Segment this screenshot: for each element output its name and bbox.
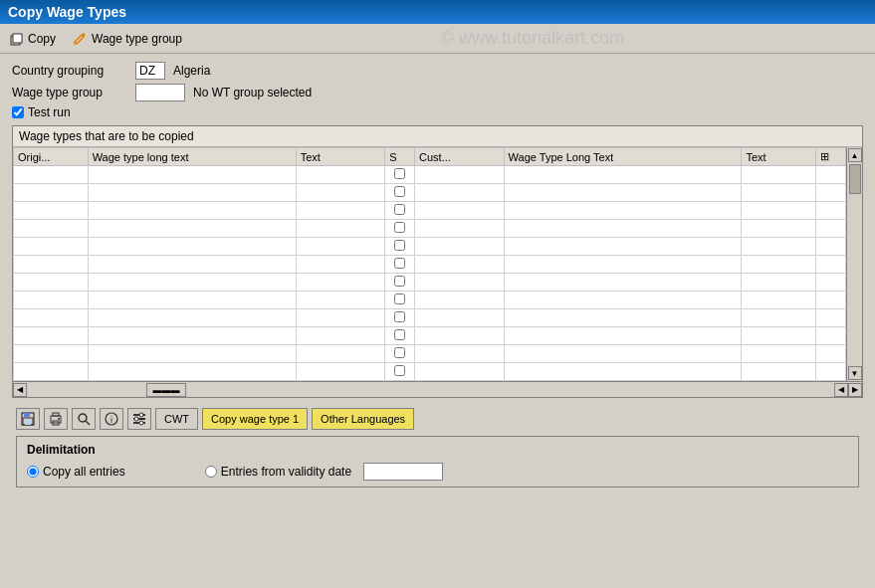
country-name: Algeria <box>173 64 210 78</box>
country-grouping-input[interactable] <box>135 62 165 80</box>
row-checkbox[interactable] <box>394 347 405 358</box>
svg-point-17 <box>139 413 143 417</box>
scroll-down-btn[interactable]: ▼ <box>848 366 862 380</box>
table-row <box>14 292 846 309</box>
entries-from-validity-option: Entries from validity date <box>205 463 443 481</box>
pencil-icon <box>72 31 88 47</box>
table-row <box>14 363 846 381</box>
scroll-right-left-btn[interactable]: ◀ <box>834 383 848 397</box>
country-grouping-row: Country grouping Algeria <box>12 62 863 80</box>
cwt-button[interactable]: CWT <box>155 408 198 430</box>
watermark: © www.tutorialkart.com <box>198 28 867 49</box>
radio-options-row: Copy all entries Entries from validity d… <box>27 463 848 481</box>
entries-from-validity-label: Entries from validity date <box>221 465 351 479</box>
table-row <box>14 327 846 345</box>
col-header-longtext: Wage type long text <box>88 148 296 166</box>
svg-rect-3 <box>24 413 30 417</box>
table-row <box>14 184 846 202</box>
cwt-label: CWT <box>164 413 189 425</box>
svg-rect-1 <box>13 34 22 43</box>
wage-types-table: Origi... Wage type long text Text S Cust… <box>13 147 846 381</box>
copy-all-entries-option: Copy all entries <box>27 465 125 479</box>
row-checkbox[interactable] <box>394 204 405 215</box>
wage-type-group-label: Wage type group <box>12 86 131 99</box>
row-checkbox[interactable] <box>394 258 405 269</box>
row-checkbox[interactable] <box>394 294 405 304</box>
table-title: Wage types that are to be copied <box>13 126 862 147</box>
table-row <box>14 345 846 363</box>
svg-point-19 <box>139 421 143 425</box>
scroll-right-right-btn[interactable]: ▶ <box>848 383 862 397</box>
table-icon: ⊞ <box>820 150 829 162</box>
vertical-scrollbar[interactable]: ▲ ▼ <box>846 147 862 381</box>
toolbar-copy[interactable]: Copy <box>8 31 56 47</box>
scroll-left-left-btn[interactable]: ◀ <box>13 383 27 397</box>
copy-wage-type-label: Copy wage type 1 <box>211 413 299 425</box>
wage-type-group-input[interactable] <box>135 84 185 101</box>
scroll-track-right <box>186 383 834 397</box>
toolbar-wage-type-group-label: Wage type group <box>92 32 182 46</box>
other-languages-label: Other Languages <box>321 413 405 425</box>
country-grouping-label: Country grouping <box>12 64 131 78</box>
toolbar: Copy Wage type group © www.tutorialkart.… <box>0 24 875 54</box>
scroll-middle-btn[interactable]: ▬▬▬ <box>146 383 186 397</box>
row-checkbox[interactable] <box>394 329 405 340</box>
copy-all-entries-radio[interactable] <box>27 466 39 478</box>
col-header-cust: Cust... <box>415 148 505 166</box>
svg-point-18 <box>134 417 138 421</box>
svg-line-11 <box>86 421 90 425</box>
toolbar-copy-label: Copy <box>28 32 56 46</box>
col-header-wagelongtext: Wage Type Long Text <box>504 148 742 166</box>
row-checkbox[interactable] <box>394 276 405 287</box>
col-header-text2: Text <box>742 148 816 166</box>
test-run-checkbox[interactable] <box>12 106 24 118</box>
svg-point-10 <box>79 414 87 422</box>
entries-from-validity-radio[interactable] <box>205 466 217 478</box>
wage-type-group-row: Wage type group No WT group selected <box>12 84 863 101</box>
delimitation-title: Delimitation <box>27 443 848 457</box>
scroll-track-left <box>27 383 146 397</box>
settings-btn[interactable] <box>127 408 151 430</box>
copy-icon <box>8 31 24 47</box>
row-checkbox[interactable] <box>394 311 405 322</box>
scroll-thumb[interactable] <box>849 164 861 194</box>
title-bar: Copy Wage Types <box>0 0 875 24</box>
wage-type-group-desc: No WT group selected <box>193 86 312 99</box>
horizontal-scrollbar: ◀ ▬▬▬ ◀ ▶ <box>13 381 862 397</box>
col-header-text: Text <box>296 148 385 166</box>
col-header-s: S <box>385 148 415 166</box>
row-checkbox[interactable] <box>394 186 405 197</box>
table-row <box>14 309 846 327</box>
bottom-buttons-area: i CWT Copy wage type 1 Other Languages <box>12 402 863 436</box>
app-title: Copy Wage Types <box>8 4 126 20</box>
main-content: Country grouping Algeria Wage type group… <box>0 54 875 495</box>
svg-rect-5 <box>25 420 31 425</box>
svg-rect-7 <box>53 413 59 416</box>
find-btn[interactable] <box>72 408 96 430</box>
other-languages-button[interactable]: Other Languages <box>312 408 414 430</box>
row-checkbox[interactable] <box>394 365 405 376</box>
toolbar-wage-type-group[interactable]: Wage type group <box>72 31 182 47</box>
info-btn[interactable]: i <box>100 408 123 430</box>
svg-text:i: i <box>110 415 112 425</box>
scroll-up-btn[interactable]: ▲ <box>848 148 862 162</box>
table-container: Wage types that are to be copied Origi..… <box>12 125 863 398</box>
col-header-icon: ⊞ <box>816 148 846 166</box>
test-run-row: Test run <box>12 105 863 119</box>
row-checkbox[interactable] <box>394 168 405 179</box>
table-row <box>14 274 846 292</box>
table-row <box>14 166 846 184</box>
copy-wage-type-button[interactable]: Copy wage type 1 <box>202 408 308 430</box>
print-btn[interactable] <box>44 408 68 430</box>
table-row <box>14 220 846 238</box>
row-checkbox[interactable] <box>394 240 405 251</box>
test-run-label: Test run <box>28 105 71 119</box>
row-checkbox[interactable] <box>394 222 405 233</box>
table-row <box>14 256 846 274</box>
svg-point-9 <box>58 418 60 420</box>
col-header-orig: Origi... <box>14 148 89 166</box>
validity-date-input[interactable] <box>363 463 443 481</box>
table-wrapper: Origi... Wage type long text Text S Cust… <box>13 147 862 397</box>
save-btn[interactable] <box>16 408 40 430</box>
table-row <box>14 238 846 256</box>
